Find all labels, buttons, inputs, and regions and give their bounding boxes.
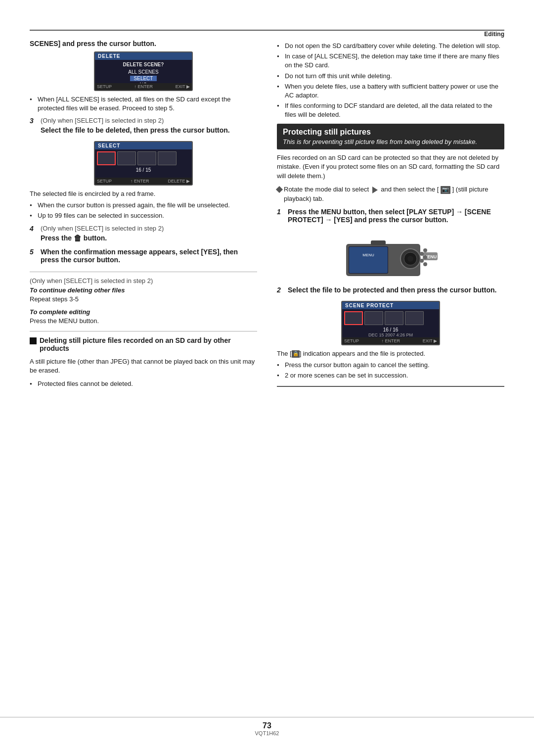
step5-heading: When the confirmation message appears, s… bbox=[41, 248, 257, 264]
svg-text:MENU: MENU bbox=[362, 253, 374, 257]
thumb-1 bbox=[97, 151, 116, 165]
scenes-heading: SCENES] and press the cursor button. bbox=[30, 40, 257, 47]
to-complete-body: Press the MENU button. bbox=[30, 317, 257, 326]
step4-num: 4 bbox=[30, 225, 38, 246]
to-complete-label: To complete editing bbox=[30, 308, 257, 316]
play-icon bbox=[372, 187, 378, 193]
protect-icon: 🔒 bbox=[292, 350, 300, 358]
bullet-list-protected: Protected files cannot be deleted. bbox=[30, 379, 257, 388]
pthumb-2 bbox=[364, 311, 383, 325]
photo-tab-icon: 📷 bbox=[441, 186, 450, 194]
black-section-header: Deleting still picture files recorded on… bbox=[30, 336, 257, 355]
right-step2-heading: Select the file to be protected and then… bbox=[288, 286, 504, 294]
select-screen-bottom: SETUP ↑ ENTER DELETE ▶ bbox=[95, 178, 192, 185]
protecting-title: Protecting still pictures bbox=[283, 128, 498, 137]
two-col-layout: SCENES] and press the cursor button. DEL… bbox=[30, 40, 504, 393]
select-screen-title: SELECT bbox=[95, 142, 192, 149]
bullet-list-1: When [ALL SCENES] is selected, all files… bbox=[30, 95, 257, 113]
camera-svg-wrap: MENU MENU bbox=[277, 232, 504, 281]
right-step1-content: Press the MENU button, then select [PLAY… bbox=[288, 208, 504, 227]
to-continue-body: Repeat steps 3-5 bbox=[30, 295, 257, 304]
right-step2-num: 2 bbox=[277, 286, 285, 297]
step4-row: 4 (Only when [SELECT] is selected in ste… bbox=[30, 225, 257, 246]
right-top-bullets: Do not open the SD card/battery cover wh… bbox=[277, 42, 504, 120]
step3-num: 3 bbox=[30, 117, 38, 137]
diamond-icon bbox=[276, 186, 283, 193]
right-bottom-rule bbox=[277, 386, 504, 387]
option-all-scenes: ALL SCENES bbox=[128, 69, 158, 75]
step4-heading: Press the 🗑 button. bbox=[41, 234, 257, 243]
step5-content: When the confirmation message appears, s… bbox=[41, 248, 257, 267]
header-row: Editing bbox=[30, 31, 504, 38]
pthumb-1 bbox=[344, 311, 363, 325]
bullet-protected: Protected files cannot be deleted. bbox=[30, 379, 257, 388]
bottom-exit: EXIT ▶ bbox=[176, 84, 190, 89]
svg-point-10 bbox=[423, 248, 427, 252]
step3-paren: (Only when [SELECT] is selected in step … bbox=[41, 117, 257, 124]
protect-counter: 16 / 16 bbox=[342, 327, 439, 332]
step4-paren: (Only when [SELECT] is selected in step … bbox=[41, 225, 257, 232]
bullet-all-scenes-time: In case of [ALL SCENES], the deletion ma… bbox=[277, 52, 504, 70]
protecting-sub: This is for preventing still picture fil… bbox=[283, 138, 498, 145]
caption-selected-file: The selected file is encircled by a red … bbox=[30, 189, 257, 199]
right-step1-num: 1 bbox=[277, 208, 285, 227]
bullet-do-not-turn-off: Do not turn off this unit while deleting… bbox=[277, 72, 504, 81]
svg-point-14 bbox=[420, 252, 424, 256]
protect-screen: SCENE PROTECT 16 / 16 DEC 15 2007 4:26 P… bbox=[341, 301, 440, 345]
bullet-dcf: If files conforming to DCF standard are … bbox=[277, 101, 504, 119]
page-container: Editing SCENES] and press the cursor but… bbox=[0, 0, 534, 756]
select-counter: 16 / 15 bbox=[95, 167, 192, 173]
step3-content: (Only when [SELECT] is selected in step … bbox=[41, 117, 257, 137]
delete-screen-title: DELETE bbox=[95, 52, 192, 60]
protect-screen-title: SCENE PROTECT bbox=[342, 302, 439, 309]
footer-rule bbox=[0, 717, 534, 717]
to-continue-label: To continue deleting other files bbox=[30, 286, 257, 294]
page-footer: 73 VQT1H62 bbox=[0, 715, 534, 736]
bullet-do-not-open: Do not open the SD card/battery cover wh… bbox=[277, 42, 504, 50]
left-column: SCENES] and press the cursor button. DEL… bbox=[30, 40, 257, 393]
diamond-step-text: Rotate the mode dial to select and then … bbox=[284, 185, 504, 204]
bullet-list-2: When the cursor button is pressed again,… bbox=[30, 201, 257, 220]
bottom-enter: ↑ ENTER bbox=[134, 84, 153, 89]
option-select: SELECT bbox=[130, 76, 157, 81]
camera-body-svg: MENU MENU bbox=[341, 232, 440, 281]
svg-point-11 bbox=[423, 255, 427, 259]
page-number: 73 bbox=[263, 721, 271, 730]
prot-bottom-exit: EXIT ▶ bbox=[423, 338, 437, 343]
protect-intro: Files recorded on an SD card can be prot… bbox=[277, 153, 504, 182]
svg-point-6 bbox=[407, 256, 413, 262]
prot-bottom-enter: ↑ ENTER bbox=[382, 338, 400, 343]
trash-icon: 🗑 bbox=[74, 234, 82, 242]
step4-content: (Only when [SELECT] is selected in step … bbox=[41, 225, 257, 246]
right-step1-heading: Press the MENU button, then select [PLAY… bbox=[288, 208, 504, 224]
protect-screen-bottom: SETUP ↑ ENTER EXIT ▶ bbox=[342, 337, 439, 344]
svg-rect-2 bbox=[349, 247, 388, 273]
divider-1 bbox=[30, 272, 257, 272]
delete-screen: DELETE DELETE SCENE? ALL SCENES SELECT N… bbox=[94, 51, 193, 91]
step5-row: 5 When the confirmation message appears,… bbox=[30, 248, 257, 267]
delete-question: DELETE SCENE? bbox=[123, 62, 164, 67]
delete-screen-bottom: SETUP ↑ ENTER EXIT ▶ bbox=[95, 83, 192, 90]
thumb-3 bbox=[137, 151, 156, 165]
right-step2-row: 2 Select the file to be protected and th… bbox=[277, 286, 504, 297]
prot-bottom-setup: SETUP bbox=[344, 338, 359, 343]
right-step1-row: 1 Press the MENU button, then select [PL… bbox=[277, 208, 504, 227]
right-column: Do not open the SD card/battery cover wh… bbox=[277, 40, 504, 393]
black-section-body: A still picture file (other than JPEG) t… bbox=[30, 357, 257, 376]
bottom-setup: SETUP bbox=[97, 84, 112, 89]
diamond-step-row: Rotate the mode dial to select and then … bbox=[277, 185, 504, 204]
divider-2 bbox=[30, 331, 257, 331]
sel-bottom-delete: DELETE ▶ bbox=[168, 179, 190, 184]
bullet-99-files: Up to 99 files can be selected in succes… bbox=[30, 211, 257, 220]
thumb-4 bbox=[158, 151, 177, 165]
step3-heading: Select the file to be deleted, then pres… bbox=[41, 126, 257, 134]
bullet-all-scenes: When [ALL SCENES] is selected, all files… bbox=[30, 95, 257, 113]
protect-screen-thumbs bbox=[342, 309, 439, 327]
select-screen: SELECT 16 / 15 SETUP ↑ ENTER DELETE ▶ bbox=[94, 141, 193, 186]
right-bottom-bullets: Press the cursor button again to cancel … bbox=[277, 361, 504, 380]
bullet-cursor-unselect: When the cursor button is pressed again,… bbox=[30, 201, 257, 210]
bullet-battery: When you delete files, use a battery wit… bbox=[277, 82, 504, 100]
only-select-paren: (Only when [SELECT] is selected in step … bbox=[30, 277, 257, 284]
bullet-succession: 2 or more scenes can be set in successio… bbox=[277, 371, 504, 380]
step3-row: 3 (Only when [SELECT] is selected in ste… bbox=[30, 117, 257, 137]
